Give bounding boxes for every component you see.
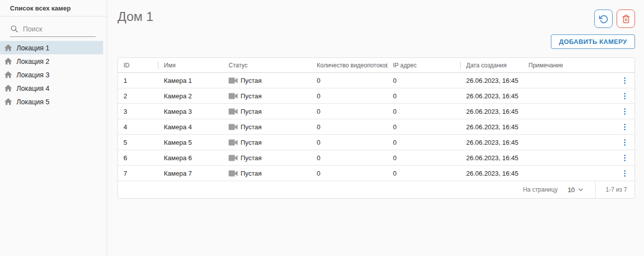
sidebar-item-label: Локация 1 xyxy=(16,44,49,52)
cell-created: 26.06.2023, 16:45 xyxy=(461,108,523,115)
table-row[interactable]: 3 Камера 3 Пустая 0 0 26.06.2023, 16:45 xyxy=(118,104,635,119)
table-row[interactable]: 7 Камера 7 Пустая 0 0 26.06.2023, 16:45 xyxy=(118,166,635,181)
kebab-menu-icon xyxy=(624,93,626,94)
cell-id: 6 xyxy=(118,154,158,162)
sidebar-item-label: Локация 5 xyxy=(16,98,49,106)
search-icon xyxy=(10,24,18,33)
trash-icon xyxy=(622,14,631,23)
table-row[interactable]: 1 Камера 1 Пустая 0 0 26.06.2023, 16:45 xyxy=(118,73,635,88)
videocam-icon xyxy=(229,93,238,99)
cell-status: Пустая xyxy=(223,108,311,115)
row-menu-button[interactable] xyxy=(621,91,629,101)
sidebar: Список всех камер Локация 1 Локация 2 xyxy=(0,0,107,256)
cell-id: 5 xyxy=(118,139,158,146)
sidebar-item-label: Локация 3 xyxy=(16,71,49,79)
home-icon xyxy=(4,84,12,92)
home-icon xyxy=(4,44,12,51)
sidebar-item-label: Локация 4 xyxy=(16,84,49,92)
kebab-menu-icon xyxy=(624,170,626,172)
row-menu-button[interactable] xyxy=(621,137,629,148)
cell-created: 26.06.2023, 16:45 xyxy=(461,92,523,100)
cell-id: 1 xyxy=(118,77,158,84)
add-camera-button[interactable]: ДОБАВИТЬ КАМЕРУ xyxy=(551,34,635,49)
column-header-streams: Количество видеопотоков xyxy=(311,58,387,72)
per-page-label: На страницу xyxy=(523,186,558,193)
cell-streams: 0 xyxy=(311,170,387,177)
chevron-down-icon xyxy=(578,188,583,191)
sidebar-item-location-1[interactable]: Локация 1 xyxy=(0,41,103,54)
search-input[interactable] xyxy=(23,25,83,33)
delete-button[interactable] xyxy=(617,9,635,28)
status-label: Пустая xyxy=(241,92,261,100)
column-header-created: Дата создания xyxy=(461,58,523,72)
cell-ip: 0 xyxy=(387,170,461,177)
main-content: Дом 1 xyxy=(107,0,644,256)
table-row[interactable]: 4 Камера 4 Пустая 0 0 26.06.2023, 16:45 xyxy=(118,119,635,135)
sidebar-item-location-4[interactable]: Локация 4 xyxy=(0,81,103,95)
per-page-select[interactable]: 10 xyxy=(568,186,583,194)
cell-name: Камера 1 xyxy=(158,77,223,84)
table-row[interactable]: 5 Камера 5 Пустая 0 0 26.06.2023, 16:45 xyxy=(118,135,635,150)
cell-created: 26.06.2023, 16:45 xyxy=(461,154,523,162)
undo-icon xyxy=(599,14,609,24)
table-pagination: На страницу 10 1-7 из 7 xyxy=(118,181,635,198)
sidebar-item-location-5[interactable]: Локация 5 xyxy=(0,95,103,108)
kebab-menu-icon xyxy=(624,108,626,110)
row-menu-button[interactable] xyxy=(621,153,629,163)
videocam-icon xyxy=(229,77,238,84)
cell-created: 26.06.2023, 16:45 xyxy=(461,170,523,177)
row-menu-button[interactable] xyxy=(621,75,629,86)
cell-name: Камера 2 xyxy=(158,92,223,100)
status-label: Пустая xyxy=(241,139,261,146)
row-menu-button[interactable] xyxy=(621,168,629,179)
cell-created: 26.06.2023, 16:45 xyxy=(461,123,523,131)
videocam-icon xyxy=(229,170,238,177)
cell-name: Камера 6 xyxy=(158,154,223,162)
home-icon xyxy=(4,71,12,78)
table-row[interactable]: 2 Камера 2 Пустая 0 0 26.06.2023, 16:45 xyxy=(118,88,635,104)
table-header-row: ID Имя Статус Количество видеопотоков IP… xyxy=(118,58,635,73)
pagination-range: 1-7 из 7 xyxy=(596,186,635,193)
cell-ip: 0 xyxy=(387,92,461,100)
search-field xyxy=(10,24,96,37)
cell-ip: 0 xyxy=(387,108,461,115)
per-page-value: 10 xyxy=(568,186,575,194)
videocam-icon xyxy=(229,139,238,146)
status-label: Пустая xyxy=(241,108,261,115)
cell-id: 2 xyxy=(118,92,158,100)
home-icon xyxy=(4,57,12,65)
table-row[interactable]: 6 Камера 6 Пустая 0 0 26.06.2023, 16:45 xyxy=(118,150,635,166)
cell-name: Камера 5 xyxy=(158,139,223,146)
kebab-menu-icon xyxy=(624,77,626,79)
page-title: Дом 1 xyxy=(118,9,594,24)
kebab-menu-icon xyxy=(624,124,626,125)
kebab-menu-icon xyxy=(624,139,626,141)
cell-streams: 0 xyxy=(311,92,387,100)
cell-status: Пустая xyxy=(223,123,311,131)
row-menu-button[interactable] xyxy=(621,106,629,117)
undo-button[interactable] xyxy=(594,9,613,28)
cell-ip: 0 xyxy=(387,139,461,146)
sidebar-title: Список всех камер xyxy=(0,0,107,16)
cell-created: 26.06.2023, 16:45 xyxy=(461,139,523,146)
cell-id: 3 xyxy=(118,108,158,115)
cameras-table: ID Имя Статус Количество видеопотоков IP… xyxy=(118,57,635,199)
column-header-status: Статус xyxy=(223,58,311,72)
sidebar-item-label: Локация 2 xyxy=(16,57,49,65)
cell-streams: 0 xyxy=(311,139,387,146)
column-header-ip: IP адрес xyxy=(387,58,461,72)
cell-status: Пустая xyxy=(223,139,311,146)
cell-name: Камера 7 xyxy=(158,170,223,177)
location-list: Локация 1 Локация 2 Локация 3 Локация 4 xyxy=(0,41,107,108)
sidebar-item-location-2[interactable]: Локация 2 xyxy=(0,54,103,68)
cell-streams: 0 xyxy=(311,77,387,84)
videocam-icon xyxy=(229,108,238,115)
sidebar-item-location-3[interactable]: Локация 3 xyxy=(0,68,103,81)
status-label: Пустая xyxy=(241,154,261,162)
column-header-id: ID xyxy=(118,58,158,72)
cell-status: Пустая xyxy=(223,77,311,84)
row-menu-button[interactable] xyxy=(621,122,629,132)
cell-ip: 0 xyxy=(387,154,461,162)
cell-status: Пустая xyxy=(223,170,311,177)
column-header-note: Примечание xyxy=(523,58,615,72)
